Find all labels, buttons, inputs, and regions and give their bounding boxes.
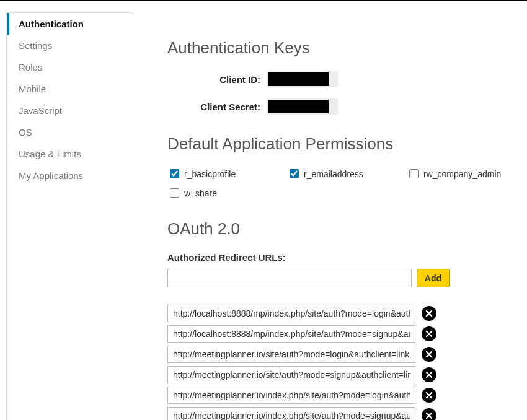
redirect-url-row (167, 325, 527, 343)
redirect-url-input[interactable] (167, 325, 415, 343)
client-id-row: Client ID: (167, 71, 527, 87)
permission-r_basicprofile[interactable]: r_basicprofile (167, 167, 287, 180)
client-id-value (267, 71, 338, 87)
close-icon (425, 371, 433, 378)
permission-label: r_basicprofile (184, 169, 236, 179)
url-add-row: Add (167, 269, 450, 287)
client-secret-value (267, 98, 338, 115)
close-icon (425, 310, 433, 317)
permissions-title: Default Application Permissions (167, 134, 527, 154)
sidebar-item-usage-limits[interactable]: Usage & Limits (7, 143, 133, 165)
remove-url-button[interactable] (422, 326, 436, 341)
permission-label: r_emailaddress (304, 169, 363, 179)
add-url-button[interactable]: Add (417, 269, 450, 287)
sidebar: AuthenticationSettingsRolesMobileJavaScr… (6, 12, 133, 420)
sidebar-item-roles[interactable]: Roles (7, 56, 133, 78)
remove-url-button[interactable] (422, 408, 436, 420)
client-id-redacted (268, 72, 329, 86)
redirect-url-row (167, 387, 527, 404)
redirect-url-list (167, 305, 527, 420)
redirect-url-input[interactable] (167, 366, 415, 383)
redirect-url-row (167, 407, 527, 420)
main-content: Authentication Keys Client ID: Client Se… (133, 12, 527, 420)
redirect-url-row (167, 305, 527, 322)
redirect-url-input[interactable] (167, 407, 415, 420)
permission-w_share[interactable]: w_share (167, 186, 287, 199)
close-icon (425, 392, 433, 399)
redirect-urls-label: Authorized Redirect URLs: (167, 252, 527, 263)
close-icon (425, 351, 433, 358)
client-id-label: Client ID: (167, 74, 267, 85)
permissions-grid: r_basicprofiler_emailaddressrw_company_a… (167, 167, 527, 199)
client-secret-redacted (268, 100, 329, 113)
permission-rw_company_admin[interactable]: rw_company_admin (407, 167, 526, 180)
client-secret-label: Client Secret: (167, 102, 267, 112)
oauth-title: OAuth 2.0 (167, 219, 527, 238)
permission-checkbox-r_basicprofile[interactable] (170, 169, 179, 178)
redirect-url-input[interactable] (167, 387, 415, 404)
permission-checkbox-r_emailaddress[interactable] (290, 169, 299, 178)
sidebar-item-mobile[interactable]: Mobile (7, 78, 133, 100)
remove-url-button[interactable] (422, 306, 436, 321)
permission-checkbox-w_share[interactable] (170, 188, 179, 198)
page-layout: AuthenticationSettingsRolesMobileJavaScr… (0, 1, 527, 420)
sidebar-item-os[interactable]: OS (7, 121, 133, 143)
sidebar-item-authentication[interactable]: Authentication (7, 13, 133, 35)
close-icon (425, 330, 433, 338)
new-redirect-url-input[interactable] (167, 269, 412, 287)
remove-url-button[interactable] (422, 388, 436, 403)
sidebar-item-javascript[interactable]: JavaScript (7, 100, 133, 121)
redirect-url-row (167, 366, 527, 383)
remove-url-button[interactable] (422, 367, 436, 382)
permission-checkbox-rw_company_admin[interactable] (409, 169, 418, 178)
close-icon (425, 412, 433, 419)
redirect-url-input[interactable] (167, 305, 415, 322)
permission-label: w_share (184, 188, 217, 198)
permission-label: rw_company_admin (423, 169, 501, 179)
client-secret-row: Client Secret: (167, 98, 527, 115)
remove-url-button[interactable] (422, 347, 436, 362)
sidebar-item-my-applications[interactable]: My Applications (7, 165, 133, 186)
sidebar-item-settings[interactable]: Settings (7, 35, 133, 56)
permission-r_emailaddress[interactable]: r_emailaddress (287, 167, 407, 180)
redirect-url-row (167, 346, 527, 363)
auth-keys-title: Authentication Keys (167, 38, 527, 58)
redirect-url-input[interactable] (167, 346, 415, 363)
